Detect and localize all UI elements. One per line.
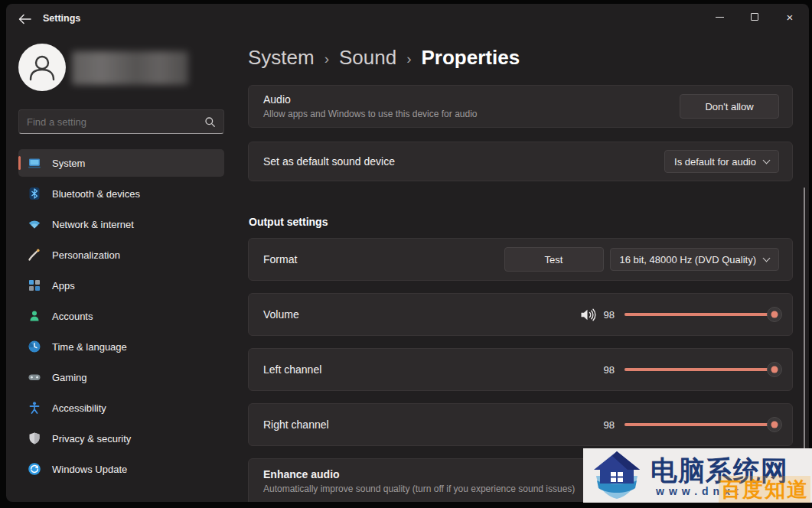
selected-accent-bar bbox=[18, 156, 21, 170]
minimize-button[interactable] bbox=[702, 4, 737, 30]
slider-fill bbox=[624, 368, 774, 371]
sidebar-item-apps[interactable]: Apps bbox=[18, 272, 224, 299]
volume-card: Volume 98 bbox=[248, 293, 793, 336]
card-title: Enhance audio bbox=[263, 468, 575, 480]
sidebar-item-label: Accounts bbox=[52, 311, 93, 322]
back-arrow-icon bbox=[18, 14, 31, 24]
search-box[interactable] bbox=[18, 109, 224, 134]
sidebar-item-gaming[interactable]: Gaming bbox=[18, 363, 224, 391]
test-button[interactable]: Test bbox=[504, 247, 604, 272]
dropdown-value: 16 bit, 48000 Hz (DVD Quality) bbox=[620, 254, 756, 265]
left-channel-card: Left channel 98 bbox=[248, 348, 793, 391]
close-icon: × bbox=[787, 11, 794, 23]
sidebar-item-label: System bbox=[52, 158, 85, 169]
sidebar-item-accessibility[interactable]: Accessibility bbox=[18, 394, 224, 422]
sidebar: System Bluetooth & devices Network & int… bbox=[12, 34, 223, 502]
main-content: System › Sound › Properties Audio Allow … bbox=[248, 34, 809, 502]
volume-slider[interactable] bbox=[624, 313, 779, 316]
bluetooth-icon bbox=[28, 187, 41, 200]
sidebar-nav: System Bluetooth & devices Network & int… bbox=[18, 149, 224, 486]
speaker-icon bbox=[580, 308, 597, 321]
card-subtitle: Allow apps and Windows to use this devic… bbox=[263, 109, 478, 119]
watermark-logo-icon bbox=[588, 450, 646, 503]
back-button[interactable] bbox=[12, 8, 37, 30]
card-title: Set as default sound device bbox=[263, 155, 395, 168]
sidebar-item-bluetooth-devices[interactable]: Bluetooth & devices bbox=[18, 180, 224, 207]
avatar[interactable] bbox=[18, 44, 66, 91]
sidebar-item-accounts[interactable]: Accounts bbox=[18, 302, 224, 330]
right-channel-card: Right channel 98 bbox=[248, 403, 793, 446]
card-title: Left channel bbox=[263, 363, 321, 376]
breadcrumb-system[interactable]: System bbox=[248, 46, 315, 70]
sidebar-item-time-language[interactable]: Time & language bbox=[18, 333, 224, 360]
breadcrumb-properties: Properties bbox=[422, 46, 520, 70]
search-icon bbox=[204, 116, 216, 128]
settings-window: Settings × bbox=[6, 4, 809, 502]
card-title: Format bbox=[263, 253, 297, 265]
watermark: 电脑系统网 www.dnxt 百度知道 bbox=[583, 448, 812, 503]
maximize-button[interactable] bbox=[737, 4, 772, 30]
close-button[interactable]: × bbox=[772, 4, 807, 30]
format-dropdown[interactable]: 16 bit, 48000 Hz (DVD Quality) bbox=[610, 248, 779, 271]
sidebar-item-label: Apps bbox=[52, 280, 75, 291]
sidebar-item-privacy-security[interactable]: Privacy & security bbox=[18, 425, 224, 452]
person-icon bbox=[18, 44, 66, 91]
card-title: Volume bbox=[263, 308, 299, 321]
sidebar-item-label: Accessibility bbox=[52, 402, 106, 414]
sidebar-item-label: Personalization bbox=[52, 249, 120, 261]
audio-permission-card: Audio Allow apps and Windows to use this… bbox=[248, 85, 793, 128]
volume-value: 98 bbox=[604, 309, 615, 321]
left-channel-value: 98 bbox=[604, 364, 615, 376]
shield-icon bbox=[28, 431, 41, 445]
slider-fill bbox=[624, 423, 774, 426]
breadcrumb: System › Sound › Properties bbox=[248, 46, 520, 70]
system-icon bbox=[28, 156, 41, 170]
right-channel-slider[interactable] bbox=[624, 423, 779, 426]
sidebar-item-label: Privacy & security bbox=[52, 433, 131, 444]
output-settings-heading: Output settings bbox=[249, 216, 328, 228]
user-name-redacted bbox=[72, 51, 188, 85]
chevron-down-icon bbox=[763, 156, 771, 164]
minimize-icon bbox=[716, 17, 724, 18]
sidebar-item-label: Gaming bbox=[52, 372, 87, 383]
chevron-right-icon: › bbox=[324, 48, 329, 67]
clock-icon bbox=[28, 340, 41, 353]
sidebar-item-label: Windows Update bbox=[52, 464, 127, 475]
app-title: Settings bbox=[43, 13, 80, 24]
card-title: Audio bbox=[263, 93, 478, 106]
sidebar-item-label: Time & language bbox=[52, 341, 127, 353]
dropdown-value: Is default for audio bbox=[674, 156, 756, 168]
slider-thumb[interactable] bbox=[767, 307, 782, 322]
chevron-down-icon bbox=[763, 254, 771, 262]
network-icon bbox=[28, 217, 41, 231]
card-title: Right channel bbox=[263, 418, 329, 431]
format-card: Format Test 16 bit, 48000 Hz (DVD Qualit… bbox=[248, 238, 793, 281]
accounts-icon bbox=[28, 309, 41, 323]
breadcrumb-sound[interactable]: Sound bbox=[339, 46, 396, 70]
default-device-card: Set as default sound device Is default f… bbox=[248, 142, 793, 181]
slider-fill bbox=[624, 313, 774, 316]
sidebar-item-windows-update[interactable]: Windows Update bbox=[18, 455, 224, 483]
slider-thumb[interactable] bbox=[767, 417, 782, 432]
sidebar-item-network-internet[interactable]: Network & internet bbox=[18, 210, 224, 238]
accessibility-icon bbox=[28, 401, 41, 415]
apps-icon bbox=[28, 278, 41, 292]
sidebar-item-personalization[interactable]: Personalization bbox=[18, 241, 224, 269]
dont-allow-button[interactable]: Don't allow bbox=[680, 94, 779, 119]
slider-thumb[interactable] bbox=[767, 362, 782, 377]
titlebar: Settings × bbox=[6, 4, 809, 34]
watermark-badge: 百度知道 bbox=[719, 476, 810, 503]
card-subtitle: Automatically improve sound quality (tur… bbox=[263, 484, 575, 494]
maximize-icon bbox=[751, 13, 758, 21]
default-audio-dropdown[interactable]: Is default for audio bbox=[664, 150, 779, 173]
chevron-right-icon: › bbox=[406, 48, 411, 67]
update-icon bbox=[28, 462, 41, 476]
sidebar-item-system[interactable]: System bbox=[18, 149, 224, 177]
search-input[interactable] bbox=[27, 116, 204, 128]
brush-icon bbox=[28, 248, 41, 262]
left-channel-slider[interactable] bbox=[624, 368, 779, 371]
sidebar-item-label: Network & internet bbox=[52, 219, 134, 230]
gamepad-icon bbox=[28, 370, 41, 384]
right-channel-value: 98 bbox=[604, 419, 615, 431]
sidebar-item-label: Bluetooth & devices bbox=[52, 188, 140, 200]
